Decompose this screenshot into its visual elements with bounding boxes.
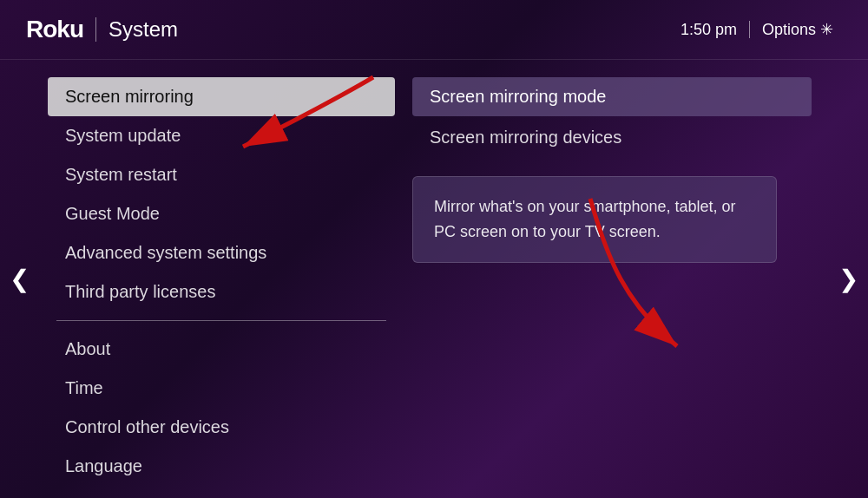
nav-arrow-left[interactable]: ❮ <box>0 60 39 497</box>
menu-item-screen-mirroring[interactable]: Screen mirroring <box>48 77 395 116</box>
header-right: 1:50 pm Options ✳ <box>681 20 833 39</box>
menu-item-advanced-system-settings[interactable]: Advanced system settings <box>48 233 395 272</box>
menu-item-about[interactable]: About <box>48 330 395 369</box>
menu-item-guest-mode[interactable]: Guest Mode <box>48 194 395 233</box>
page-title: System <box>108 17 178 42</box>
right-chevron-icon: ❯ <box>838 265 858 293</box>
menu-item-system-update[interactable]: System update <box>48 116 395 155</box>
right-menu-item-screen-mirroring-mode[interactable]: Screen mirroring mode <box>412 77 812 116</box>
menu-item-language[interactable]: Language <box>48 447 395 486</box>
options-button[interactable]: Options ✳ <box>762 20 833 39</box>
left-menu-panel: Screen mirroring System update System re… <box>39 60 404 497</box>
menu-item-control-other-devices[interactable]: Control other devices <box>48 408 395 447</box>
menu-divider <box>56 320 386 321</box>
nav-arrow-right[interactable]: ❯ <box>829 60 868 497</box>
header: Roku System 1:50 pm Options ✳ <box>0 0 868 60</box>
left-chevron-icon: ❮ <box>10 265 30 293</box>
options-label: Options <box>762 21 816 39</box>
menu-item-time[interactable]: Time <box>48 369 395 408</box>
main-content: ❮ Screen mirroring System update System … <box>0 60 868 497</box>
description-box: Mirror what's on your smartphone, tablet… <box>412 176 777 263</box>
header-left: Roku System <box>26 16 178 43</box>
right-menu-item-screen-mirroring-devices[interactable]: Screen mirroring devices <box>412 118 812 157</box>
menu-item-system-restart[interactable]: System restart <box>48 155 395 194</box>
header-logo-divider <box>95 17 96 42</box>
clock-display: 1:50 pm <box>681 21 737 39</box>
roku-logo: Roku <box>26 16 83 43</box>
description-text: Mirror what's on your smartphone, tablet… <box>434 198 736 240</box>
menu-item-third-party-licenses[interactable]: Third party licenses <box>48 272 395 311</box>
options-asterisk-icon: ✳ <box>820 20 833 39</box>
right-panel: Screen mirroring mode Screen mirroring d… <box>404 60 829 497</box>
header-right-divider <box>749 21 750 38</box>
